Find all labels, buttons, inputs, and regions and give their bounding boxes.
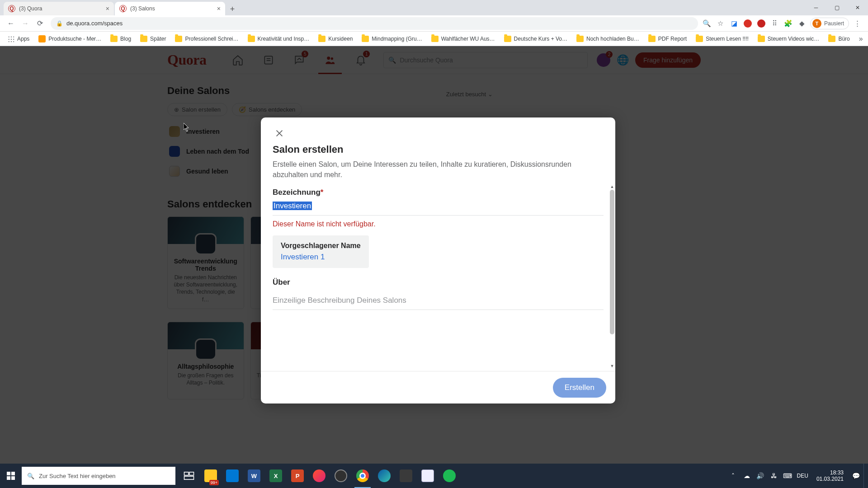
reload-button[interactable]: ⟳: [33, 17, 46, 30]
bookmark-label: Später: [150, 36, 166, 42]
back-button[interactable]: ←: [5, 17, 17, 30]
taskbar-app[interactable]: [395, 464, 417, 488]
folder-icon: [362, 36, 369, 42]
tray-onedrive-icon[interactable]: ☁: [741, 464, 753, 488]
folder-icon: [248, 36, 255, 42]
start-button[interactable]: [0, 464, 22, 488]
taskbar-app-chrome[interactable]: [352, 464, 373, 488]
url-text: de.quora.com/spaces: [66, 20, 123, 27]
apps-shortcut[interactable]: Apps: [4, 33, 33, 45]
create-space-modal: Salon erstellen Erstelle einen Salon, um…: [261, 117, 615, 404]
suggestion-box: Vorgeschlagener Name Investieren 1: [273, 235, 369, 268]
create-button[interactable]: Erstellen: [553, 378, 606, 398]
taskbar-app[interactable]: [308, 464, 330, 488]
extension-icon[interactable]: [756, 18, 767, 29]
taskbar-app-word[interactable]: W: [243, 464, 265, 488]
taskbar-search-input[interactable]: 🔍Zur Suche Text hier eingeben: [22, 467, 175, 485]
task-view-button[interactable]: [178, 464, 200, 488]
svg-rect-9: [184, 472, 189, 475]
bookmark-item[interactable]: Wahlfächer WU Aus…: [428, 33, 499, 45]
extension-icon[interactable]: ◪: [729, 18, 740, 29]
label-text: Bezeichnung: [273, 188, 321, 197]
window-close-button[interactable]: ✕: [847, 0, 868, 15]
scrollbar[interactable]: ▲ ▼: [610, 184, 614, 368]
search-placeholder: Zur Suche Text hier eingeben: [39, 473, 116, 479]
bookmark-label: Blog: [120, 36, 131, 42]
tray-overflow-icon[interactable]: ˄: [727, 464, 739, 488]
lock-icon: 🔒: [56, 20, 63, 27]
window-minimize-button[interactable]: ─: [806, 0, 826, 15]
profile-paused-pill[interactable]: T Pausiert: [810, 18, 849, 29]
bookmark-label: Noch hochladen Bu…: [586, 36, 639, 42]
extensions-menu-icon[interactable]: 🧩: [783, 18, 794, 29]
taskbar-app-mail[interactable]: [222, 464, 243, 488]
window-maximize-button[interactable]: ▢: [826, 0, 847, 15]
bookmark-item[interactable]: Später: [137, 33, 170, 45]
new-tab-button[interactable]: +: [226, 3, 239, 15]
url-input[interactable]: 🔒 de.quora.com/spaces: [51, 17, 698, 30]
taskbar-app-obs[interactable]: [330, 464, 352, 488]
quora-favicon-icon: Q: [8, 5, 15, 12]
modal-title: Salon erstellen: [273, 144, 604, 155]
browser-tab-salons[interactable]: Q (3) Salons ×: [115, 2, 225, 15]
scroll-down-icon[interactable]: ▼: [610, 364, 614, 368]
about-input[interactable]: Einzeilige Beschreibung Deines Salons: [273, 291, 604, 310]
browser-chrome: Q (3) Quora × Q (3) Salons × + ─ ▢ ✕ ← →…: [0, 0, 868, 46]
apps-label: Apps: [17, 36, 29, 42]
bookmark-item[interactable]: Steuern Lesen !!!!: [692, 33, 752, 45]
bookmark-label: Deutsche Kurs + Vo…: [514, 36, 567, 42]
bookmark-item[interactable]: Steuern Videos wic…: [754, 33, 823, 45]
taskbar-app-notepad[interactable]: [417, 464, 439, 488]
extension-icon[interactable]: ⠿: [769, 18, 780, 29]
taskbar-app-spotify[interactable]: [439, 464, 460, 488]
tray-clock[interactable]: 18:33 01.03.2021: [812, 469, 848, 483]
bookmark-label: Steuern Lesen !!!!: [706, 36, 749, 42]
extension-icon[interactable]: [742, 18, 753, 29]
bookmark-item[interactable]: Mindmapping (Gru…: [358, 33, 425, 45]
taskbar-app-powerpoint[interactable]: P: [287, 464, 308, 488]
folder-icon: [758, 36, 765, 42]
suggested-name-link[interactable]: Investieren 1: [281, 253, 361, 262]
tray-volume-icon[interactable]: 🔊: [755, 464, 766, 488]
close-icon[interactable]: ×: [106, 5, 109, 12]
tray-input-icon[interactable]: ⌨: [782, 464, 793, 488]
zoom-icon[interactable]: 🔍: [702, 18, 712, 29]
bookmark-item[interactable]: Kursideen: [315, 33, 356, 45]
modal-subtitle: Erstelle einen Salon, um Deine Interesse…: [273, 159, 604, 180]
folder-icon: [648, 36, 656, 42]
bookmark-item[interactable]: PDF Report: [645, 33, 690, 45]
taskbar-app-explorer[interactable]: 99+: [200, 464, 222, 488]
search-icon: 🔍: [27, 473, 34, 479]
tray-notifications-icon[interactable]: 💬: [850, 464, 862, 488]
taskbar-app-excel[interactable]: X: [265, 464, 287, 488]
forward-button[interactable]: →: [19, 17, 32, 30]
bookmark-item[interactable]: Deutsche Kurs + Vo…: [500, 33, 571, 45]
bookmark-item[interactable]: Produktsuche - Mer…: [35, 33, 105, 45]
bookmark-item[interactable]: Blog: [107, 33, 135, 45]
bookmark-label: Kreativität und Insp…: [258, 36, 310, 42]
folder-icon: [318, 36, 326, 42]
avatar-icon: T: [812, 19, 821, 28]
kebab-menu-icon[interactable]: ⋮: [852, 18, 863, 29]
taskbar-app-edge[interactable]: [373, 464, 395, 488]
browser-tab-quora[interactable]: Q (3) Quora ×: [4, 2, 114, 15]
clock-time: 18:33: [816, 469, 844, 476]
bookmark-label: Wahlfächer WU Aus…: [441, 36, 495, 42]
close-button[interactable]: [273, 127, 286, 140]
name-input[interactable]: Investieren: [273, 202, 604, 216]
bookmark-item[interactable]: Kreativität und Insp…: [244, 33, 313, 45]
tray-network-icon[interactable]: 🖧: [768, 464, 780, 488]
close-icon[interactable]: ×: [217, 5, 221, 12]
tray-language[interactable]: DEU: [795, 464, 810, 488]
bookmark-item[interactable]: Büro: [825, 33, 853, 45]
star-icon[interactable]: ☆: [715, 18, 726, 29]
show-desktop-button[interactable]: [863, 464, 866, 488]
scroll-up-icon[interactable]: ▲: [610, 184, 614, 189]
extension-icon[interactable]: ◆: [797, 18, 807, 29]
scroll-thumb[interactable]: [610, 190, 614, 334]
suggestion-label: Vorgeschlagener Name: [281, 242, 361, 250]
bookmarks-overflow[interactable]: »: [855, 35, 867, 43]
bookmark-item[interactable]: Professionell Schrei…: [171, 33, 242, 45]
bookmark-item[interactable]: Noch hochladen Bu…: [573, 33, 643, 45]
tab-strip: Q (3) Quora × Q (3) Salons × + ─ ▢ ✕: [0, 0, 868, 15]
